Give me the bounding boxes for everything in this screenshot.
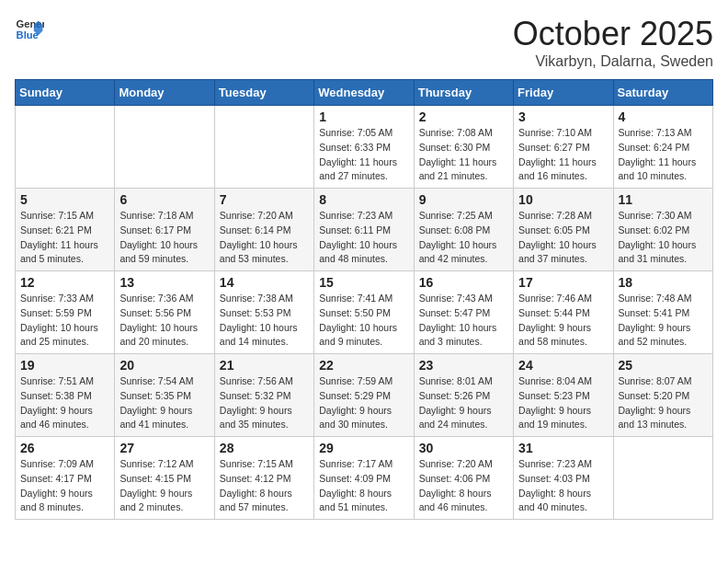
day-info: Sunrise: 7:56 AM Sunset: 5:32 PM Dayligh…	[220, 374, 309, 432]
calendar-cell: 17Sunrise: 7:46 AM Sunset: 5:44 PM Dayli…	[514, 271, 613, 354]
day-number: 15	[319, 275, 408, 290]
calendar-cell: 12Sunrise: 7:33 AM Sunset: 5:59 PM Dayli…	[16, 271, 115, 354]
day-info: Sunrise: 8:01 AM Sunset: 5:26 PM Dayligh…	[419, 374, 508, 432]
day-number: 8	[319, 192, 408, 207]
calendar-cell: 31Sunrise: 7:23 AM Sunset: 4:03 PM Dayli…	[514, 437, 613, 520]
calendar-cell: 26Sunrise: 7:09 AM Sunset: 4:17 PM Dayli…	[16, 437, 115, 520]
calendar-cell: 16Sunrise: 7:43 AM Sunset: 5:47 PM Dayli…	[414, 271, 513, 354]
day-info: Sunrise: 7:59 AM Sunset: 5:29 PM Dayligh…	[319, 374, 408, 432]
calendar-cell: 10Sunrise: 7:28 AM Sunset: 6:05 PM Dayli…	[514, 189, 613, 271]
day-info: Sunrise: 7:18 AM Sunset: 6:17 PM Dayligh…	[119, 209, 209, 267]
day-number: 9	[419, 192, 508, 207]
calendar-cell	[214, 106, 313, 189]
day-info: Sunrise: 7:43 AM Sunset: 5:47 PM Dayligh…	[419, 292, 508, 350]
day-info: Sunrise: 7:48 AM Sunset: 5:41 PM Dayligh…	[619, 292, 708, 350]
day-number: 20	[119, 358, 209, 373]
day-info: Sunrise: 7:46 AM Sunset: 5:44 PM Dayligh…	[518, 292, 608, 350]
calendar-cell: 13Sunrise: 7:36 AM Sunset: 5:56 PM Dayli…	[115, 271, 214, 354]
logo: General Blue	[15, 15, 44, 44]
calendar-cell: 2Sunrise: 7:08 AM Sunset: 6:30 PM Daylig…	[414, 106, 513, 189]
calendar-cell: 27Sunrise: 7:12 AM Sunset: 4:15 PM Dayli…	[115, 437, 214, 520]
day-info: Sunrise: 7:12 AM Sunset: 4:15 PM Dayligh…	[119, 457, 209, 515]
day-number: 23	[419, 358, 508, 373]
day-info: Sunrise: 7:38 AM Sunset: 5:53 PM Dayligh…	[220, 292, 309, 350]
day-number: 19	[20, 358, 109, 373]
calendar-cell: 3Sunrise: 7:10 AM Sunset: 6:27 PM Daylig…	[514, 106, 613, 189]
day-number: 29	[319, 441, 408, 455]
calendar-cell: 23Sunrise: 8:01 AM Sunset: 5:26 PM Dayli…	[414, 354, 513, 437]
day-number: 2	[419, 109, 508, 124]
day-number: 14	[220, 275, 309, 290]
calendar-cell: 18Sunrise: 7:48 AM Sunset: 5:41 PM Dayli…	[613, 271, 712, 354]
day-info: Sunrise: 7:33 AM Sunset: 5:59 PM Dayligh…	[20, 292, 109, 350]
calendar-cell: 24Sunrise: 8:04 AM Sunset: 5:23 PM Dayli…	[514, 354, 613, 437]
day-number: 28	[220, 441, 309, 455]
calendar-cell: 11Sunrise: 7:30 AM Sunset: 6:02 PM Dayli…	[613, 189, 712, 271]
day-info: Sunrise: 7:28 AM Sunset: 6:05 PM Dayligh…	[518, 209, 608, 267]
weekday-header-cell: Sunday	[16, 80, 115, 106]
calendar-week-row: 1Sunrise: 7:05 AM Sunset: 6:33 PM Daylig…	[16, 106, 713, 189]
calendar-body: 1Sunrise: 7:05 AM Sunset: 6:33 PM Daylig…	[16, 106, 713, 520]
calendar-cell: 29Sunrise: 7:17 AM Sunset: 4:09 PM Dayli…	[314, 437, 414, 520]
calendar-cell	[115, 106, 214, 189]
weekday-header-cell: Thursday	[414, 80, 513, 106]
day-info: Sunrise: 7:54 AM Sunset: 5:35 PM Dayligh…	[119, 374, 209, 432]
day-info: Sunrise: 7:05 AM Sunset: 6:33 PM Dayligh…	[319, 126, 408, 184]
calendar-cell: 1Sunrise: 7:05 AM Sunset: 6:33 PM Daylig…	[314, 106, 414, 189]
day-info: Sunrise: 7:08 AM Sunset: 6:30 PM Dayligh…	[419, 126, 508, 184]
calendar-cell: 25Sunrise: 8:07 AM Sunset: 5:20 PM Dayli…	[613, 354, 712, 437]
weekday-header-cell: Monday	[115, 80, 214, 106]
day-info: Sunrise: 7:23 AM Sunset: 6:11 PM Dayligh…	[319, 209, 408, 267]
day-number: 22	[319, 358, 408, 373]
day-number: 6	[119, 192, 209, 207]
day-number: 3	[518, 109, 608, 124]
day-info: Sunrise: 7:23 AM Sunset: 4:03 PM Dayligh…	[518, 457, 608, 515]
calendar-cell: 6Sunrise: 7:18 AM Sunset: 6:17 PM Daylig…	[115, 189, 214, 271]
calendar-cell: 9Sunrise: 7:25 AM Sunset: 6:08 PM Daylig…	[414, 189, 513, 271]
day-number: 7	[220, 192, 309, 207]
day-number: 25	[619, 358, 708, 373]
day-info: Sunrise: 8:07 AM Sunset: 5:20 PM Dayligh…	[619, 374, 708, 432]
day-info: Sunrise: 7:09 AM Sunset: 4:17 PM Dayligh…	[20, 457, 109, 515]
day-number: 1	[319, 109, 408, 124]
calendar-cell: 15Sunrise: 7:41 AM Sunset: 5:50 PM Dayli…	[314, 271, 414, 354]
weekday-header-row: SundayMondayTuesdayWednesdayThursdayFrid…	[16, 80, 713, 106]
day-number: 26	[20, 441, 109, 455]
day-info: Sunrise: 8:04 AM Sunset: 5:23 PM Dayligh…	[518, 374, 608, 432]
day-number: 5	[20, 192, 109, 207]
calendar-cell: 5Sunrise: 7:15 AM Sunset: 6:21 PM Daylig…	[16, 189, 115, 271]
calendar-cell: 20Sunrise: 7:54 AM Sunset: 5:35 PM Dayli…	[115, 354, 214, 437]
calendar-cell: 19Sunrise: 7:51 AM Sunset: 5:38 PM Dayli…	[16, 354, 115, 437]
day-info: Sunrise: 7:13 AM Sunset: 6:24 PM Dayligh…	[619, 126, 708, 184]
weekday-header-cell: Wednesday	[314, 80, 414, 106]
title-area: October 2025 Vikarbyn, Dalarna, Sweden	[513, 15, 713, 70]
calendar-cell: 4Sunrise: 7:13 AM Sunset: 6:24 PM Daylig…	[613, 106, 712, 189]
day-info: Sunrise: 7:10 AM Sunset: 6:27 PM Dayligh…	[518, 126, 608, 184]
day-number: 11	[619, 192, 708, 207]
day-info: Sunrise: 7:17 AM Sunset: 4:09 PM Dayligh…	[319, 457, 408, 515]
weekday-header-cell: Saturday	[613, 80, 712, 106]
day-info: Sunrise: 7:30 AM Sunset: 6:02 PM Dayligh…	[619, 209, 708, 267]
calendar-cell: 7Sunrise: 7:20 AM Sunset: 6:14 PM Daylig…	[214, 189, 313, 271]
day-info: Sunrise: 7:51 AM Sunset: 5:38 PM Dayligh…	[20, 374, 109, 432]
day-number: 18	[619, 275, 708, 290]
calendar-cell: 8Sunrise: 7:23 AM Sunset: 6:11 PM Daylig…	[314, 189, 414, 271]
calendar-cell: 14Sunrise: 7:38 AM Sunset: 5:53 PM Dayli…	[214, 271, 313, 354]
day-number: 27	[119, 441, 209, 455]
calendar-cell: 30Sunrise: 7:20 AM Sunset: 4:06 PM Dayli…	[414, 437, 513, 520]
day-info: Sunrise: 7:41 AM Sunset: 5:50 PM Dayligh…	[319, 292, 408, 350]
weekday-header-cell: Friday	[514, 80, 613, 106]
day-number: 12	[20, 275, 109, 290]
calendar-cell	[16, 106, 115, 189]
calendar-cell: 22Sunrise: 7:59 AM Sunset: 5:29 PM Dayli…	[314, 354, 414, 437]
day-number: 4	[619, 109, 708, 124]
logo-icon: General Blue	[15, 15, 44, 44]
calendar-week-row: 19Sunrise: 7:51 AM Sunset: 5:38 PM Dayli…	[16, 354, 713, 437]
day-number: 10	[518, 192, 608, 207]
day-number: 17	[518, 275, 608, 290]
day-number: 30	[419, 441, 508, 455]
day-info: Sunrise: 7:20 AM Sunset: 4:06 PM Dayligh…	[419, 457, 508, 515]
weekday-header-cell: Tuesday	[214, 80, 313, 106]
day-number: 16	[419, 275, 508, 290]
day-number: 21	[220, 358, 309, 373]
